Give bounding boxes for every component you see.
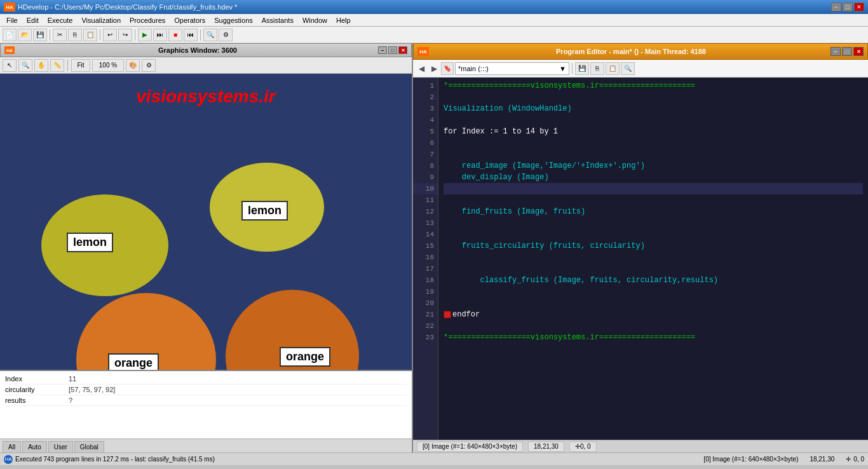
code-line-19[interactable] — [444, 286, 863, 297]
ed-paste[interactable]: 📋 — [606, 62, 620, 75]
code-line-3[interactable]: Visualization (WindowHandle) — [444, 103, 863, 114]
orange-label-2: orange — [280, 347, 330, 367]
variables-panel: Index 11 circularity [57, 75, 97, 92] re… — [0, 371, 412, 438]
gfx-sep1 — [67, 60, 68, 71]
tab-all[interactable]: All — [3, 441, 21, 452]
gfx-tool-pan[interactable]: ✋ — [34, 59, 48, 72]
nav-forward[interactable]: ▶ — [428, 63, 440, 74]
menu-operators[interactable]: Operators — [170, 15, 209, 25]
menu-edit[interactable]: Edit — [23, 15, 43, 25]
toolbar-settings[interactable]: ⚙ — [219, 29, 233, 41]
line-number-5: 5 — [413, 126, 438, 137]
code-line-14[interactable] — [444, 229, 863, 240]
gfx-tool-zoom[interactable]: 🔍 — [18, 59, 32, 72]
code-line-22[interactable] — [444, 320, 863, 332]
gfx-minimize[interactable]: − — [378, 46, 387, 54]
minimize-button[interactable]: − — [831, 3, 841, 11]
gfx-close[interactable]: ✕ — [398, 46, 407, 54]
line-number-23: 23 — [413, 332, 438, 343]
proc-bookmark[interactable]: 🔖 — [441, 62, 454, 75]
line-number-20: 20 — [413, 297, 438, 309]
window-controls: − □ ✕ — [831, 3, 864, 11]
nav-back[interactable]: ◀ — [416, 63, 427, 74]
sep2 — [100, 29, 100, 41]
menu-visualization[interactable]: Visualization — [78, 15, 125, 25]
sep3 — [135, 29, 135, 41]
gfx-settings[interactable]: ⚙ — [142, 59, 156, 72]
menu-assistants[interactable]: Assistants — [258, 15, 297, 25]
code-line-21[interactable]: endfor — [444, 309, 863, 320]
code-area[interactable]: 1234567891011121314151617181920212223 *=… — [413, 78, 868, 440]
gfx-zoom-field[interactable]: 100 % — [92, 59, 124, 72]
code-line-12[interactable]: find_fruits (Image, fruits) — [444, 206, 863, 217]
toolbar-reset[interactable]: ⏮ — [184, 29, 198, 41]
code-line-20[interactable] — [444, 297, 863, 309]
toolbar-run[interactable]: ▶ — [138, 29, 152, 41]
toolbar-zoom[interactable]: 🔍 — [203, 29, 217, 41]
status-bar: HA Executed 743 program lines in 127.2 m… — [0, 452, 868, 465]
ed-save[interactable]: 💾 — [575, 62, 589, 75]
menu-window[interactable]: Window — [299, 15, 331, 25]
procedure-dropdown[interactable]: *main (:::) ▼ — [455, 62, 569, 75]
code-line-23[interactable]: *==================visonsystems.ir======… — [444, 332, 863, 343]
toolbar-new[interactable]: 📄 — [3, 29, 17, 41]
toolbar-open[interactable]: 📂 — [18, 29, 32, 41]
ed-copy[interactable]: ⎘ — [590, 62, 604, 75]
ed-search[interactable]: 🔍 — [621, 62, 635, 75]
toolbar-step[interactable]: ⏭ — [153, 29, 167, 41]
coords-icon2: ✛ — [846, 456, 851, 463]
tab-user[interactable]: User — [48, 441, 73, 452]
toolbar-stop[interactable]: ■ — [168, 29, 182, 41]
code-line-5[interactable]: for Index := 1 to 14 by 1 — [444, 126, 863, 137]
var-name-results: results — [5, 397, 69, 404]
tab-global[interactable]: Global — [74, 441, 104, 452]
code-line-2[interactable] — [444, 92, 863, 103]
line-number-1: 1 — [413, 80, 438, 92]
app-title: HDevelop - C:/Users/My Pc/Desktop/Classi… — [18, 3, 831, 11]
code-line-13[interactable] — [444, 217, 863, 229]
tab-auto[interactable]: Auto — [22, 441, 47, 452]
toolbar-copy[interactable]: ⎘ — [68, 29, 82, 41]
menu-suggestions[interactable]: Suggestions — [210, 15, 257, 25]
toolbar-save[interactable]: 💾 — [33, 29, 47, 41]
toolbar-paste[interactable]: 📋 — [83, 29, 97, 41]
gfx-maximize[interactable]: □ — [388, 46, 397, 54]
toolbar-cut[interactable]: ✂ — [53, 29, 67, 41]
coords-icon: ✛ — [575, 443, 580, 450]
code-line-7[interactable] — [444, 149, 863, 160]
gfx-color[interactable]: 🎨 — [126, 59, 140, 72]
toolbar-undo[interactable]: ↩ — [103, 29, 117, 41]
code-line-4[interactable] — [444, 114, 863, 126]
gfx-tool-cursor[interactable]: ↖ — [3, 59, 17, 72]
gfx-tool-measure[interactable]: 📏 — [50, 59, 64, 72]
tab-bar: All Auto User Global — [0, 438, 412, 452]
menu-execute[interactable]: Execute — [44, 15, 77, 25]
code-line-9[interactable]: dev_display (Image) — [444, 172, 863, 183]
code-content[interactable]: *==================visonsystems.ir======… — [438, 78, 868, 440]
editor-minimize[interactable]: − — [831, 47, 841, 56]
code-line-15[interactable]: fruits_circularity (fruits, circularity) — [444, 240, 863, 252]
editor-close[interactable]: ✕ — [853, 47, 864, 56]
line-number-15: 15 — [413, 240, 438, 252]
code-line-6[interactable] — [444, 137, 863, 149]
code-line-11[interactable] — [444, 194, 863, 206]
status-message: Executed 743 program lines in 127.2 ms -… — [15, 456, 215, 463]
menu-procedures[interactable]: Procedures — [126, 15, 169, 25]
menu-file[interactable]: File — [3, 15, 22, 25]
editor-maximize[interactable]: □ — [842, 47, 852, 56]
editor-status: [0] Image (#=1: 640×480×3×byte) 18,21,30… — [413, 440, 868, 452]
toolbar-redo[interactable]: ↪ — [118, 29, 132, 41]
coords-value: 0, 0 — [580, 443, 591, 450]
gfx-fit-button[interactable]: Fit — [71, 59, 90, 72]
close-button[interactable]: ✕ — [854, 3, 864, 11]
code-line-18[interactable]: classify_fruits (Image, fruits, circular… — [444, 275, 863, 286]
code-line-10[interactable] — [444, 183, 863, 194]
var-row-index: Index 11 — [5, 374, 407, 384]
code-line-17[interactable] — [444, 263, 863, 275]
code-line-1[interactable]: *==================visonsystems.ir======… — [444, 80, 863, 92]
status-image-info: [0] Image (#=1: 640×480×3×byte) — [703, 456, 798, 463]
code-line-16[interactable] — [444, 252, 863, 263]
menu-help[interactable]: Help — [332, 15, 355, 25]
code-line-8[interactable]: read_image (Image,'Image/'+Index+'.png') — [444, 160, 863, 172]
maximize-button[interactable]: □ — [843, 3, 853, 11]
